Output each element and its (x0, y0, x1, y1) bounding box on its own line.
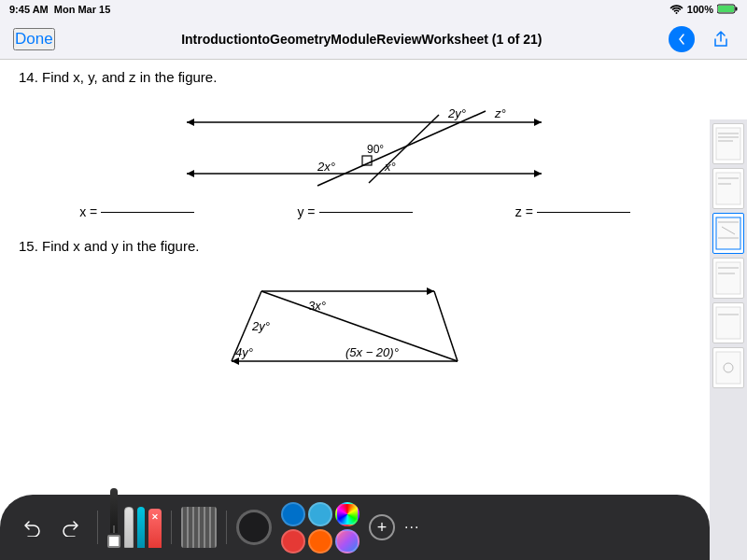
svg-text:2x°: 2x° (317, 160, 335, 174)
thumbnail-2[interactable] (712, 168, 744, 209)
y-answer-line (319, 212, 413, 213)
white-pen-tool[interactable] (124, 507, 134, 548)
svg-marker-6 (187, 119, 194, 126)
undo-button[interactable] (15, 511, 49, 544)
color-teal[interactable] (308, 502, 332, 526)
z-answer-line (537, 212, 630, 213)
nav-bar: Done IntroductiontoGeometryModuleReviewW… (0, 19, 747, 60)
back-nav-button[interactable] (669, 26, 695, 52)
svg-text:2y°: 2y° (447, 106, 466, 120)
share-button[interactable] (708, 26, 734, 52)
svg-rect-43 (716, 307, 740, 339)
svg-text:90°: 90° (367, 143, 384, 156)
svg-rect-33 (716, 173, 740, 204)
thumbnail-3[interactable] (712, 213, 744, 254)
svg-point-0 (675, 12, 677, 14)
svg-text:2y°: 2y° (251, 319, 270, 333)
figure-14-svg: 2y° z° 2x° 90° x° (131, 94, 579, 197)
y-label: y = (297, 204, 315, 219)
wifi-icon (669, 4, 684, 16)
thumbnail-6[interactable] (712, 347, 744, 388)
color-blue[interactable] (281, 502, 305, 526)
svg-text:3x°: 3x° (308, 299, 326, 313)
thumbnail-5[interactable] (712, 302, 744, 343)
done-button[interactable]: Done (13, 28, 55, 50)
svg-rect-45 (716, 352, 740, 384)
status-bar-left: 9:45 AM Mon Mar 15 (9, 4, 110, 15)
svg-rect-29 (716, 128, 740, 160)
thumbnail-4[interactable] (712, 258, 744, 299)
svg-marker-8 (534, 170, 542, 177)
cyan-pen-tool[interactable] (137, 507, 145, 548)
question-14: 14. Find x, y, and z in the figure. (19, 69, 691, 219)
svg-rect-2 (736, 7, 738, 10)
toolbar-more-button[interactable]: ··· (404, 519, 419, 536)
color-multi[interactable] (335, 529, 359, 553)
black-pen-tool[interactable] (107, 488, 120, 548)
color-orange[interactable] (308, 529, 332, 553)
ruler-tool[interactable] (181, 507, 217, 548)
redo-button[interactable] (54, 511, 88, 544)
question-14-answers: x = y = z = (19, 204, 691, 219)
thumbnail-sidebar (710, 119, 747, 560)
battery-icon (717, 4, 738, 16)
color-rainbow[interactable] (335, 502, 359, 526)
x-answer-line (101, 212, 194, 213)
color-palette (281, 502, 359, 553)
svg-rect-40 (716, 262, 740, 294)
answer-z-item: z = (515, 204, 630, 219)
svg-rect-3 (718, 6, 734, 12)
svg-text:z°: z° (494, 106, 506, 120)
battery-text: 100% (687, 4, 713, 15)
current-color-circle[interactable] (236, 510, 272, 545)
color-red[interactable] (281, 529, 305, 553)
question-15-text: 15. Find x and y in the figure. (19, 238, 691, 254)
z-label: z = (515, 204, 533, 219)
svg-marker-9 (187, 170, 194, 177)
answer-x-item: x = (79, 204, 194, 219)
undo-redo-group (15, 511, 88, 544)
question-15: 15. Find x and y in the figure. (19, 238, 691, 385)
separator-3 (226, 511, 227, 544)
svg-marker-5 (534, 119, 542, 126)
svg-text:x°: x° (384, 160, 396, 174)
time: 9:45 AM (9, 4, 49, 15)
status-bar: 9:45 AM Mon Mar 15 100% (0, 0, 747, 19)
svg-line-20 (434, 291, 458, 361)
toolbar-add-button[interactable]: + (369, 514, 395, 540)
svg-text:4y°: 4y° (235, 345, 253, 359)
status-bar-right: 100% (669, 4, 738, 16)
date: Mon Mar 15 (54, 4, 111, 15)
eraser-tool[interactable]: ✕ (148, 509, 162, 548)
figure-15-svg: 3x° 2y° 4y° (5x − 20)° (215, 263, 495, 385)
main-content: 14. Find x, y, and z in the figure. (0, 60, 710, 508)
nav-icons (669, 26, 734, 52)
separator-2 (171, 511, 172, 544)
separator-1 (97, 511, 98, 544)
document-title: IntroductiontoGeometryModuleReviewWorksh… (55, 32, 669, 47)
toolbar: ✕ + ··· (0, 495, 710, 560)
thumbnail-1[interactable] (712, 123, 744, 164)
svg-marker-19 (427, 287, 434, 295)
x-label: x = (79, 204, 97, 219)
question-14-text: 14. Find x, y, and z in the figure. (19, 69, 691, 85)
answer-y-item: y = (297, 204, 412, 219)
svg-text:(5x − 20)°: (5x − 20)° (345, 345, 399, 359)
